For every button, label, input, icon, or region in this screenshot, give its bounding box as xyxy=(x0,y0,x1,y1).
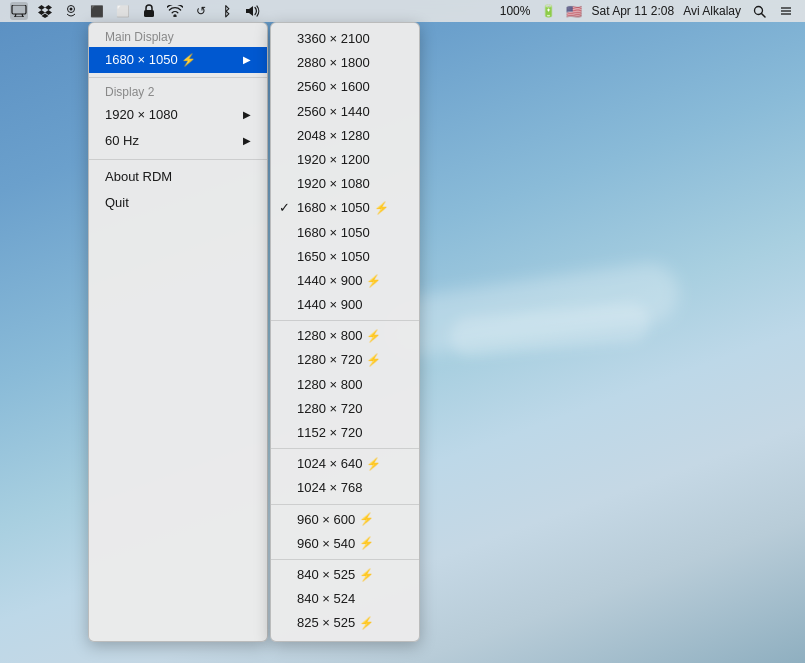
resolution-label: 1280 × 720 xyxy=(297,351,362,369)
resolution-label: 1280 × 720 xyxy=(297,400,362,418)
dropbox-icon[interactable] xyxy=(36,2,54,20)
resolution-label: 1024 × 640 xyxy=(297,455,362,473)
resolution-item[interactable]: 840 × 525 ⚡ xyxy=(271,563,419,587)
menu-separator-2 xyxy=(89,159,267,160)
resolution-label: 2880 × 1800 xyxy=(297,54,370,72)
resolution-item[interactable]: 1920 × 1200 xyxy=(271,148,419,172)
res-separator xyxy=(271,448,419,449)
resolution-label: 2560 × 1600 xyxy=(297,78,370,96)
about-rdm-item[interactable]: About RDM xyxy=(89,164,267,190)
time-machine-icon[interactable]: ↺ xyxy=(192,2,210,20)
lightning-icon: ⚡ xyxy=(359,615,374,632)
resolution-item[interactable]: 960 × 600 ⚡ xyxy=(271,508,419,532)
selected-res-label: 1680 × 1050 ⚡ xyxy=(105,51,196,69)
lightning-icon: ⚡ xyxy=(366,352,381,369)
submenu-arrow-3: ▶ xyxy=(243,134,251,148)
lightning-icon: ⚡ xyxy=(359,567,374,584)
quit-item[interactable]: Quit xyxy=(89,190,267,216)
resolution-label: 1680 × 1050 xyxy=(297,224,370,242)
notification-center-icon[interactable] xyxy=(777,2,795,20)
resolution-item[interactable]: 1680 × 1050 xyxy=(271,221,419,245)
display2-header: Display 2 xyxy=(89,82,267,102)
battery-icon: 🔋 xyxy=(539,2,557,20)
resolution-label: 1440 × 900 xyxy=(297,296,362,314)
svg-line-8 xyxy=(761,13,765,17)
main-display-header: Main Display xyxy=(89,27,267,47)
resolution-item[interactable]: 840 × 524 xyxy=(271,587,419,611)
display3-icon[interactable]: ⬜ xyxy=(114,2,132,20)
resolution-label: 1280 × 800 xyxy=(297,376,362,394)
resolution-item[interactable]: 960 × 540 ⚡ xyxy=(271,532,419,556)
resolution-label: 3360 × 2100 xyxy=(297,30,370,48)
resolution-item[interactable]: 1440 × 900 xyxy=(271,293,419,317)
lightning-icon: ⚡ xyxy=(359,511,374,528)
menu-panel-left: Main Display 1680 × 1050 ⚡ ▶ Display 2 1… xyxy=(88,22,268,642)
resolution-label: 800 × 600 xyxy=(297,639,355,643)
lightning-icon: ⚡ xyxy=(366,328,381,345)
bluetooth-icon[interactable]: ᛒ xyxy=(218,2,236,20)
wifi-icon[interactable] xyxy=(166,2,184,20)
resolution-item[interactable]: 1280 × 720 xyxy=(271,397,419,421)
resolution-label: 2560 × 1440 xyxy=(297,103,370,121)
download-icon[interactable] xyxy=(62,2,80,20)
resolution-item[interactable]: 1650 × 1050 xyxy=(271,245,419,269)
lightning-icon: ⚡ xyxy=(374,200,389,217)
svg-rect-0 xyxy=(12,5,26,14)
resolution-label: 1680 × 1050 xyxy=(297,199,370,217)
main-display-selected-resolution[interactable]: 1680 × 1050 ⚡ ▶ xyxy=(89,47,267,73)
submenu-arrow: ▶ xyxy=(243,53,251,67)
lock-icon[interactable] xyxy=(140,2,158,20)
lightning-icon: ⚡ xyxy=(366,273,381,290)
battery-percent: 100% xyxy=(498,4,533,18)
res-separator xyxy=(271,559,419,560)
rdm-menu-icon[interactable] xyxy=(10,2,28,20)
resolution-item[interactable]: 2560 × 1600 xyxy=(271,75,419,99)
resolution-item[interactable]: 1280 × 800 xyxy=(271,373,419,397)
resolution-label: 1440 × 900 xyxy=(297,272,362,290)
flag-icon: 🇺🇸 xyxy=(564,4,584,19)
resolution-label: 1920 × 1080 xyxy=(297,175,370,193)
resolution-label: 1920 × 1200 xyxy=(297,151,370,169)
resolution-submenu: 3360 × 21002880 × 18002560 × 16002560 × … xyxy=(270,22,420,642)
resolution-item[interactable]: 2880 × 1800 xyxy=(271,51,419,75)
resolution-label: 1650 × 1050 xyxy=(297,248,370,266)
display2-resolution-item[interactable]: 1920 × 1080 ▶ xyxy=(89,102,267,128)
resolution-item[interactable]: 1280 × 720 ⚡ xyxy=(271,348,419,372)
menubar-right: 100% 🔋 🇺🇸 Sat Apr 11 2:08 Avi Alkalay xyxy=(498,2,797,20)
resolution-item[interactable]: 800 × 600 xyxy=(271,636,419,643)
res-separator xyxy=(271,504,419,505)
resolution-item[interactable]: 3360 × 2100 xyxy=(271,27,419,51)
resolution-label: 960 × 540 xyxy=(297,535,355,553)
resolution-item[interactable]: 2048 × 1280 xyxy=(271,124,419,148)
resolution-item[interactable]: 1024 × 768 xyxy=(271,476,419,500)
display2-icon[interactable]: ⬛ xyxy=(88,2,106,20)
lightning-icon: ⚡ xyxy=(359,535,374,552)
lightning-icon: ⚡ xyxy=(181,53,196,67)
svg-point-5 xyxy=(70,8,73,11)
rdm-dropdown-menu: Main Display 1680 × 1050 ⚡ ▶ Display 2 1… xyxy=(88,22,420,642)
res-separator xyxy=(271,320,419,321)
volume-icon[interactable] xyxy=(244,2,262,20)
menu-separator-1 xyxy=(89,77,267,78)
resolution-item[interactable]: 1152 × 720 xyxy=(271,421,419,445)
resolution-item[interactable]: 1680 × 1050 ⚡ xyxy=(271,196,419,220)
resolution-label: 1024 × 768 xyxy=(297,479,362,497)
resolution-item[interactable]: 1920 × 1080 xyxy=(271,172,419,196)
resolution-item[interactable]: 2560 × 1440 xyxy=(271,100,419,124)
menubar-left: ⬛ ⬜ ↺ ᛒ xyxy=(8,2,264,20)
resolution-label: 960 × 600 xyxy=(297,511,355,529)
datetime-display: Sat Apr 11 2:08 xyxy=(589,4,676,18)
username-display: Avi Alkalay xyxy=(681,4,743,18)
resolution-item[interactable]: 825 × 525 ⚡ xyxy=(271,611,419,635)
resolution-label: 2048 × 1280 xyxy=(297,127,370,145)
resolution-label: 1280 × 800 xyxy=(297,327,362,345)
resolution-label: 825 × 525 xyxy=(297,614,355,632)
resolution-label: 840 × 524 xyxy=(297,590,355,608)
display2-hz-item[interactable]: 60 Hz ▶ xyxy=(89,128,267,154)
resolution-item[interactable]: 1440 × 900 ⚡ xyxy=(271,269,419,293)
resolution-item[interactable]: 1024 × 640 ⚡ xyxy=(271,452,419,476)
resolution-item[interactable]: 1280 × 800 ⚡ xyxy=(271,324,419,348)
spotlight-icon[interactable] xyxy=(750,2,768,20)
svg-rect-6 xyxy=(144,10,154,17)
lightning-icon: ⚡ xyxy=(366,456,381,473)
